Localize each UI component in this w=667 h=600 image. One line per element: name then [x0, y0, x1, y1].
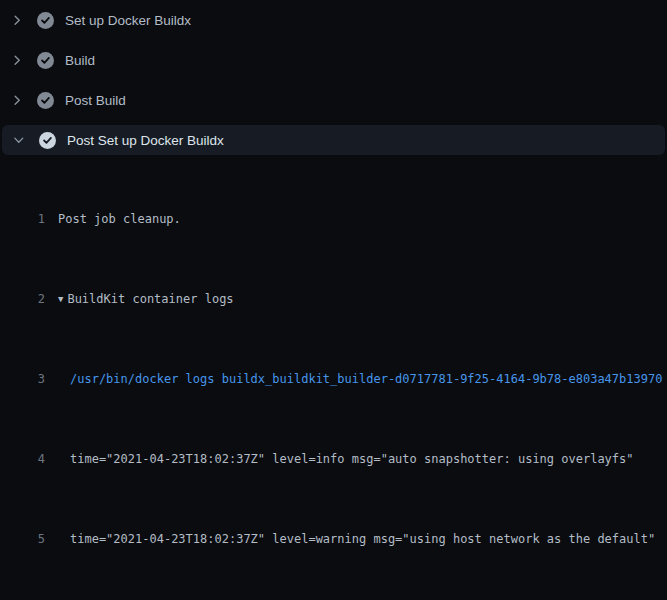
check-circle-icon — [37, 92, 54, 109]
log-line: 3 /usr/bin/docker logs buildx_buildkit_b… — [0, 369, 667, 389]
log-line-text: /usr/bin/docker logs buildx_buildkit_bui… — [45, 369, 662, 389]
log-line: 1 Post job cleanup. — [0, 209, 667, 229]
log-line: 4 time="2021-04-23T18:02:37Z" level=info… — [0, 449, 667, 469]
log-line-text: time="2021-04-23T18:02:37Z" level=info m… — [45, 449, 634, 469]
chevron-right-icon — [11, 14, 23, 26]
step-row[interactable]: Build — [0, 40, 667, 80]
log-line: 5 time="2021-04-23T18:02:37Z" level=warn… — [0, 529, 667, 549]
step-row[interactable]: Set up Docker Buildx — [0, 0, 667, 40]
step-title: Post Build — [65, 93, 126, 108]
step-title: Post Set up Docker Buildx — [67, 133, 224, 148]
log-line-number[interactable]: 4 — [0, 449, 45, 469]
log-line-text: ▼BuildKit container logs — [45, 289, 234, 309]
log-line-number[interactable]: 1 — [0, 209, 45, 229]
log-line-number[interactable]: 2 — [0, 289, 45, 309]
log-line-number[interactable]: 3 — [0, 369, 45, 389]
chevron-right-icon — [11, 94, 23, 106]
chevron-down-icon — [13, 134, 25, 146]
step-title: Build — [65, 53, 95, 68]
check-circle-icon — [37, 52, 54, 69]
step-list: Set up Docker Buildx Build P — [0, 0, 667, 155]
check-circle-icon — [39, 132, 56, 149]
log-line-message: time="2021-04-23T18:02:37Z" level=info m… — [70, 449, 634, 469]
log-line-message: Post job cleanup. — [58, 209, 181, 229]
step-title: Set up Docker Buildx — [65, 13, 191, 28]
chevron-right-icon — [11, 54, 23, 66]
collapse-triangle-icon[interactable]: ▼ — [58, 289, 63, 309]
log-output: 1 Post job cleanup. 2 ▼BuildKit containe… — [0, 169, 667, 600]
log-line-message: BuildKit container logs — [67, 289, 233, 309]
step-row[interactable]: Post Build — [0, 80, 667, 120]
log-line: 2 ▼BuildKit container logs — [0, 289, 667, 309]
log-line-text: Post job cleanup. — [45, 209, 181, 229]
step-row[interactable]: Post Set up Docker Buildx — [2, 125, 665, 155]
log-line-message: /usr/bin/docker logs buildx_buildkit_bui… — [70, 369, 662, 389]
log-line-message: time="2021-04-23T18:02:37Z" level=warnin… — [70, 529, 655, 549]
check-circle-icon — [37, 12, 54, 29]
log-line-number[interactable]: 5 — [0, 529, 45, 549]
log-line-text: time="2021-04-23T18:02:37Z" level=warnin… — [45, 529, 655, 549]
